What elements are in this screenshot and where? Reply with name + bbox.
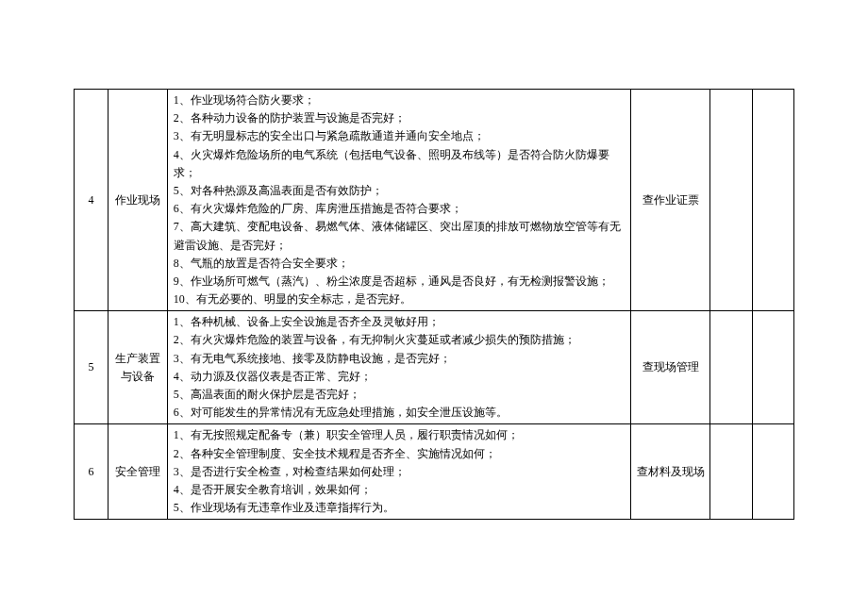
row-content: 1、各种机械、设备上安全设施是否齐全及灵敏好用；2、有火灾爆炸危险的装置与设备，… [167,311,630,424]
content-item: 3、有无明显标志的安全出口与紧急疏散通道并通向安全地点； [174,127,626,145]
row-number: 4 [75,90,108,311]
row-empty-b [752,311,793,424]
inspection-table: 4作业现场1、作业现场符合防火要求；2、各种动力设备的防护装置与设施是否完好；3… [74,89,794,520]
content-item: 5、对各种热源及高温表面是否有效防护； [174,182,626,200]
row-number: 6 [75,424,108,520]
table-row: 5生产装置与设备1、各种机械、设备上安全设施是否齐全及灵敏好用；2、有火灾爆炸危… [75,311,794,424]
content-item: 6、有火灾爆炸危险的厂房、库房泄压措施是否符合要求； [174,200,626,218]
row-empty-b [752,424,793,520]
content-item: 2、各种动力设备的防护装置与设施是否完好； [174,109,626,127]
content-item: 4、火灾爆炸危险场所的电气系统（包括电气设备、照明及布线等）是否符合防火防爆要求… [174,146,626,182]
row-method: 查材料及现场 [630,424,710,520]
table-row: 4作业现场1、作业现场符合防火要求；2、各种动力设备的防护装置与设施是否完好；3… [75,90,794,311]
content-item: 6、对可能发生的异常情况有无应急处理措施，如安全泄压设施等。 [174,404,626,422]
content-item: 8、气瓶的放置是否符合安全要求； [174,255,626,273]
row-empty-a [710,424,752,520]
table-row: 6安全管理1、有无按照规定配备专（兼）职安全管理人员，履行职责情况如何；2、各种… [75,424,794,520]
content-item: 4、动力源及仪器仪表是否正常、完好； [174,368,626,386]
row-category: 安全管理 [108,424,167,520]
content-item: 5、作业现场有无违章作业及违章指挥行为。 [174,499,626,517]
row-empty-a [710,90,752,311]
row-content: 1、有无按照规定配备专（兼）职安全管理人员，履行职责情况如何；2、各种安全管理制… [167,424,630,520]
content-item: 2、各种安全管理制度、安全技术规程是否齐全、实施情况如何； [174,445,626,463]
row-method: 查作业证票 [630,90,710,311]
content-item: 9、作业场所可燃气（蒸汽）、粉尘浓度是否超标，通风是否良好，有无检测报警设施； [174,273,626,290]
content-item: 1、有无按照规定配备专（兼）职安全管理人员，履行职责情况如何； [174,426,626,444]
content-item: 10、有无必要的、明显的安全标志，是否完好。 [174,290,626,308]
content-item: 7、高大建筑、变配电设备、易燃气体、液体储罐区、突出屋顶的排放可燃物放空管等有无… [174,218,626,254]
content-item: 3、有无电气系统接地、接零及防静电设施，是否完好； [174,350,626,368]
content-item: 1、作业现场符合防火要求； [174,91,626,109]
content-item: 1、各种机械、设备上安全设施是否齐全及灵敏好用； [174,313,626,331]
content-item: 4、是否开展安全教育培训，效果如何； [174,481,626,499]
row-category: 作业现场 [108,90,167,311]
content-item: 5、高温表面的耐火保护层是否完好； [174,386,626,404]
row-content: 1、作业现场符合防火要求；2、各种动力设备的防护装置与设施是否完好；3、有无明显… [167,90,630,311]
row-empty-a [710,311,752,424]
row-method: 查现场管理 [630,311,710,424]
row-number: 5 [75,311,108,424]
row-empty-b [752,90,793,311]
content-item: 2、有火灾爆炸危险的装置与设备，有无抑制火灾蔓延或者减少损失的预防措施； [174,331,626,349]
row-category: 生产装置与设备 [108,311,167,424]
content-item: 3、是否进行安全检查，对检查结果如何处理； [174,463,626,481]
